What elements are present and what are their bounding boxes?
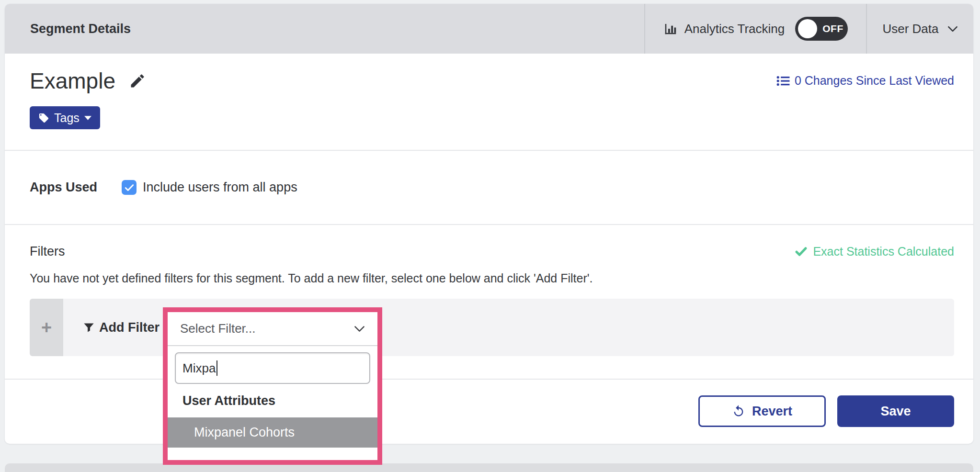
filters-section: Filters Exact Statistics Calculated You … <box>5 225 973 380</box>
analytics-tracking-label: Analytics Tracking <box>684 22 785 36</box>
option-group-header: User Attributes <box>168 393 377 408</box>
segment-name: Example <box>30 68 115 94</box>
caret-down-icon <box>84 116 91 120</box>
include-all-apps-label[interactable]: Include users from all apps <box>143 180 297 195</box>
user-data-label: User Data <box>882 22 938 36</box>
pencil-icon[interactable] <box>129 72 146 90</box>
save-button-label: Save <box>880 404 911 419</box>
segment-details-page: Segment Details Analytics Tracking OFF <box>0 0 980 472</box>
toggle-knob <box>798 19 817 38</box>
undo-icon <box>732 405 745 418</box>
text-cursor <box>217 360 217 376</box>
add-filter-button[interactable]: Add Filter <box>82 320 160 335</box>
user-data-dropdown-trigger[interactable]: User Data <box>867 4 973 54</box>
page-title: Segment Details <box>30 22 131 36</box>
analytics-tracking-toggle[interactable]: OFF <box>795 17 848 41</box>
revert-button[interactable]: Revert <box>698 395 826 427</box>
next-section-bar <box>5 463 973 472</box>
apps-used-label: Apps Used <box>30 180 122 195</box>
filter-select-menu: Mixpa User Attributes Mixpanel Cohorts <box>168 352 377 448</box>
tag-icon <box>38 112 49 124</box>
chevron-down-icon <box>354 326 365 332</box>
check-icon <box>125 184 134 191</box>
filters-empty-message: You have not yet defined filters for thi… <box>30 271 954 285</box>
filter-select-value: Select Filter... <box>180 321 354 336</box>
include-all-apps-checkbox[interactable] <box>122 180 137 195</box>
tags-button[interactable]: Tags <box>30 106 100 129</box>
bar-chart-icon <box>663 22 678 36</box>
card-header: Segment Details Analytics Tracking OFF <box>5 4 973 54</box>
changes-since-last-viewed-link[interactable]: 0 Changes Since Last Viewed <box>776 74 954 88</box>
save-button[interactable]: Save <box>837 395 954 427</box>
check-icon <box>795 247 807 256</box>
segment-details-card: Segment Details Analytics Tracking OFF <box>5 4 973 444</box>
highlight-box: Select Filter... Mixpa User Attributes M… <box>163 307 382 465</box>
analytics-tracking-group: Analytics Tracking OFF <box>645 4 866 54</box>
funnel-icon <box>82 321 95 334</box>
revert-button-label: Revert <box>752 404 792 419</box>
filters-heading-row: Filters Exact Statistics Calculated <box>30 225 954 259</box>
filter-search-input[interactable]: Mixpa <box>175 352 370 384</box>
toggle-state-label: OFF <box>822 23 843 34</box>
add-filter-label: Add Filter <box>99 320 160 335</box>
status-badge: Exact Statistics Calculated <box>795 245 954 258</box>
filters-heading: Filters <box>30 244 65 259</box>
chevron-down-icon <box>947 26 958 32</box>
filter-select-control[interactable]: Select Filter... <box>168 312 377 346</box>
changes-link-label: 0 Changes Since Last Viewed <box>795 74 954 88</box>
status-badge-label: Exact Statistics Calculated <box>813 245 954 258</box>
footer-actions: Revert Save <box>5 380 973 443</box>
filter-search-value: Mixpa <box>182 361 216 376</box>
apps-used-section: Apps Used Include users from all apps <box>5 151 973 225</box>
tags-button-label: Tags <box>54 111 80 125</box>
add-filter-plus-button[interactable]: + <box>30 299 63 356</box>
segment-title-section: Example Tags <box>5 54 973 151</box>
list-icon <box>776 75 790 87</box>
option-mixpanel-cohorts[interactable]: Mixpanel Cohorts <box>168 417 377 448</box>
